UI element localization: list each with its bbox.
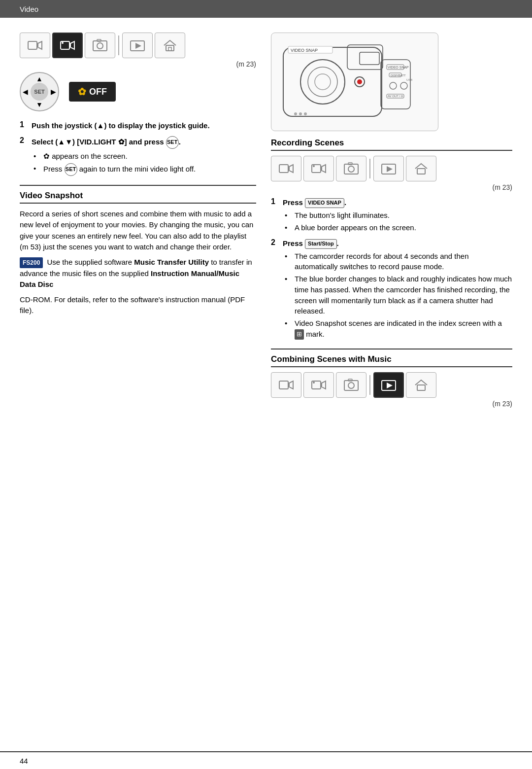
rs-step-2-line: 2 Press Start/Stop. <box>271 238 512 249</box>
joystick-circle[interactable]: ▲ ▼ ◀ ▶ SET <box>20 72 59 111</box>
video-snapshot-para2: FS200 Use the supplied software Music Tr… <box>20 257 256 290</box>
mode-separator-1 <box>118 35 119 55</box>
svg-point-41 <box>348 166 354 172</box>
svg-marker-47 <box>289 381 293 389</box>
mode-icon-photo[interactable] <box>85 33 115 58</box>
svg-point-6 <box>97 43 103 49</box>
rs-bullet-text-2-3: Video Snapshot scenes are indicated in t… <box>295 318 512 340</box>
mode-icon-playback[interactable] <box>122 33 153 58</box>
fs200-badge: FS200 <box>20 257 43 268</box>
bullet-dot-1: • <box>33 151 40 162</box>
rs-mode-icon-4[interactable] <box>373 156 404 181</box>
mark-icon: ⊞ <box>295 329 304 340</box>
top-bar: Video <box>0 0 532 18</box>
rs-bullet-2-1: • The camcorder records for about 4 seco… <box>285 251 512 273</box>
combining-scenes-heading: Combining Scenes with Music <box>271 354 512 367</box>
svg-rect-18 <box>360 52 379 65</box>
svg-point-4 <box>62 42 64 44</box>
svg-rect-46 <box>279 381 288 389</box>
svg-rect-35 <box>279 165 288 173</box>
bullet-item-2: • Press SET again to turn the mini video… <box>33 163 256 176</box>
page-number: 44 <box>20 757 28 765</box>
rs-mode-icon-2[interactable] <box>303 156 334 181</box>
svg-rect-11 <box>168 47 171 51</box>
rs-step-1-number: 1 <box>271 197 280 206</box>
svg-point-50 <box>313 382 315 384</box>
rs-bullet-1-1: • The button's light illuminates. <box>285 210 512 221</box>
svg-point-52 <box>348 383 354 388</box>
rs-mode-icon-3[interactable] <box>336 156 366 181</box>
cm-mode-icon-3[interactable] <box>336 372 366 398</box>
svg-rect-56 <box>417 385 425 390</box>
mode-icon-home[interactable] <box>155 33 185 58</box>
mode-icon-video[interactable] <box>20 33 50 58</box>
svg-marker-36 <box>289 165 293 173</box>
bullet-text-1: ✿ appears on the screen. <box>43 151 128 162</box>
rs-step-1-text: Press VIDEO SNAP. <box>283 197 346 208</box>
combining-mode-icons <box>271 372 512 398</box>
rs-bullet-text-1-2: A blue border appears on the screen. <box>295 222 416 233</box>
step-1-block: 1 Push the joystick (▲) to display the j… <box>20 120 256 131</box>
rs-bullet-dot-2-1: • <box>285 251 292 262</box>
svg-point-24 <box>390 82 397 89</box>
svg-marker-1 <box>38 41 42 49</box>
left-column: (m 23) ▲ ▼ ◀ ▶ SET ✿ OFF <box>20 33 256 414</box>
svg-point-25 <box>400 82 407 89</box>
set-badge-again: SET <box>65 163 77 176</box>
video-snapshot-para1: Record a series of short scenes and comb… <box>20 209 256 253</box>
rs-step-1-bullets: • The button's light illuminates. • A bl… <box>285 210 512 233</box>
svg-text:VIDEO SNAP: VIDEO SNAP <box>388 66 409 69</box>
svg-marker-38 <box>322 165 326 173</box>
top-bar-title: Video <box>20 5 38 13</box>
cm-mode-separator <box>369 375 370 395</box>
svg-point-34 <box>357 79 362 84</box>
svg-marker-55 <box>387 383 393 388</box>
step-2-bullets: • ✿ appears on the screen. • Press SET a… <box>33 151 256 176</box>
mode-icon-video-active[interactable] <box>52 33 83 58</box>
rs-bullet-dot-2-3: • <box>285 318 292 329</box>
cdrom-para-left: CD-ROM. For details, refer to the softwa… <box>20 294 256 316</box>
bullet-dot-2: • <box>33 163 40 174</box>
rs-step-1-block: 1 Press VIDEO SNAP. • The button's light… <box>271 197 512 233</box>
svg-marker-3 <box>70 41 74 49</box>
camera-svg: VIDEO SNAP VIDEO SNAP DISP/BATT AV OUT /… <box>278 37 431 126</box>
rs-mode-icon-1[interactable] <box>271 156 301 181</box>
rs-mode-icon-5[interactable] <box>406 156 436 181</box>
recording-scenes-heading: Recording Scenes <box>271 138 512 151</box>
cm-mode-icon-5[interactable] <box>406 372 436 398</box>
step-2-number: 2 <box>20 136 29 145</box>
step-2-text: Select (▲▼) [VID.LIGHT ✿] and press SET. <box>32 136 181 149</box>
video-snapshot-heading: Video Snapshot <box>20 191 256 204</box>
svg-point-29 <box>294 112 297 115</box>
rs-step-2-text: Press Start/Stop. <box>283 238 339 249</box>
svg-rect-0 <box>28 41 37 49</box>
svg-point-14 <box>308 67 337 97</box>
video-snap-badge: VIDEO SNAP <box>305 198 344 208</box>
camera-diagram: VIDEO SNAP VIDEO SNAP DISP/BATT AV OUT /… <box>271 33 438 131</box>
cm-page-ref: (m 23) <box>271 400 512 408</box>
rs-bullet-1-2: • A blue border appears on the screen. <box>285 222 512 233</box>
cm-mode-icon-4-active[interactable] <box>373 372 404 398</box>
svg-point-13 <box>300 60 345 104</box>
divider-1 <box>20 185 256 186</box>
rs-step-2-number: 2 <box>271 238 280 247</box>
off-star-icon: ✿ <box>78 86 86 98</box>
cm-mode-icon-1[interactable] <box>271 372 301 398</box>
bullet-text-2: Press SET again to turn the mini video l… <box>43 163 196 176</box>
mode-icons-row-left <box>20 33 256 58</box>
page-ref-left: (m 23) <box>20 60 256 68</box>
cm-mode-icon-2[interactable] <box>303 372 334 398</box>
rs-bullet-dot-1-1: • <box>285 210 292 221</box>
svg-rect-12 <box>283 47 382 116</box>
divider-combining <box>271 349 512 350</box>
rs-bullet-text-2-1: The camcorder records for about 4 second… <box>295 251 512 273</box>
rs-bullet-text-2-2: The blue border changes to black and rou… <box>295 274 512 316</box>
step-1-line: 1 Push the joystick (▲) to display the j… <box>20 120 256 131</box>
svg-point-30 <box>299 112 302 115</box>
joystick-area: ▲ ▼ ◀ ▶ SET ✿ OFF <box>20 72 256 111</box>
rs-step-2-block: 2 Press Start/Stop. • The camcorder reco… <box>271 238 512 340</box>
svg-marker-44 <box>387 166 393 172</box>
rs-bullet-2-3: • Video Snapshot scenes are indicated in… <box>285 318 512 340</box>
rs-step-2-bullets: • The camcorder records for about 4 seco… <box>285 251 512 340</box>
svg-text:VIDEO SNAP: VIDEO SNAP <box>291 48 318 53</box>
